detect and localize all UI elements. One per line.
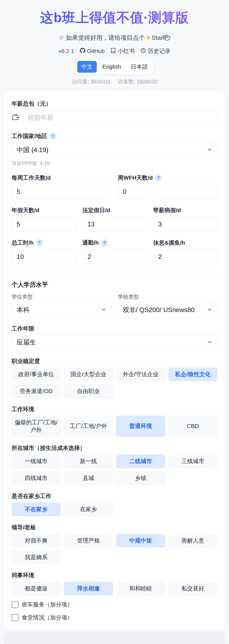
github-link-label: GitHub (87, 48, 105, 54)
option-button[interactable]: 私交甚好 (168, 582, 218, 596)
experience-select[interactable]: 应届生 (11, 335, 218, 350)
option-button[interactable]: 工厂/工地/户外 (64, 416, 113, 437)
checkbox-icon[interactable] (11, 601, 18, 608)
option-button[interactable]: 劳务派遣/OD (11, 384, 61, 398)
lang-tab-zh[interactable]: 中文 (77, 61, 97, 73)
field-commute-hours: 通勤/h? (82, 239, 147, 264)
option-button[interactable]: 四线城市 (11, 471, 61, 485)
help-question-icon[interactable]: ? (155, 174, 162, 182)
option-grid: 政府/事业单位国企/大型企业外企/守法企业私企/狼性文化劳务派遣/OD自由职业 (11, 368, 218, 398)
option-button[interactable]: 不在家乡 (11, 502, 61, 516)
option-button[interactable]: 普通环境 (116, 416, 165, 437)
group-work-environment: 工作环境 偏僻的工厂/工地/户外工厂/工地/户外普通环境CBD (11, 406, 218, 437)
country-label: 工作国家/地区 (11, 132, 47, 140)
field-rest-hours: 休息&摸鱼/h (153, 239, 218, 264)
weekly-row: 每周工作天数/d 周WFH天数/d? (11, 174, 218, 199)
public-holiday-input[interactable] (82, 217, 147, 232)
option-button[interactable]: 都是傻逼 (11, 582, 61, 596)
group-job-stability: 职业稳定度 政府/事业单位国企/大型企业外企/守法企业私企/狼性文化劳务派遣/O… (11, 357, 218, 398)
history-link-label: 历史记录 (148, 47, 170, 55)
experience-label: 工作年限 (11, 325, 218, 332)
chevron-down-icon (207, 339, 212, 346)
summary-card: 年工作天数 240.2天 平均日薪 ¥0.00 工作性价比 0.00(请输入年薪… (4, 632, 225, 644)
wfh-days-input[interactable] (118, 184, 218, 199)
page-title: 这b班上得值不值·测算版 (0, 8, 229, 27)
star-icon: ★ (145, 34, 151, 41)
option-button[interactable]: 萍水相逢 (64, 582, 113, 596)
option-button[interactable]: 乡镇 (116, 471, 165, 485)
help-question-icon[interactable]: ? (36, 239, 43, 246)
help-question-icon[interactable]: ? (101, 239, 108, 246)
option-button[interactable]: 和和睦睦 (116, 582, 165, 596)
option-button[interactable]: 政府/事业单位 (11, 368, 61, 381)
education-heading: 个人学历水平 (11, 280, 218, 289)
github-link[interactable]: GitHub (80, 48, 105, 55)
checkbox-icon[interactable] (11, 614, 18, 621)
chevron-down-icon (207, 306, 212, 314)
public-holiday-label: 法定假日/d (82, 206, 110, 214)
salary-section: 年薪总包（元） (11, 100, 218, 125)
github-icon (80, 48, 85, 55)
country-section: 工作国家/地区 ? 中国 (4.19) 当前PPP值: 4.19 (11, 132, 218, 167)
option-button[interactable]: 国企/大型企业 (64, 368, 113, 381)
field-total-hours: 总工时/h? (11, 239, 76, 264)
school-type-value: 双非/ QS200/ USnews80 (123, 306, 195, 314)
lang-tab-en[interactable]: English (98, 61, 125, 73)
option-button[interactable]: 管理严格 (64, 534, 113, 548)
experience-section: 工作年限 应届生 (11, 325, 218, 350)
option-button[interactable]: 一线城市 (11, 454, 61, 468)
option-button[interactable]: 二线城市 (116, 454, 165, 468)
option-button[interactable]: 三线城市 (168, 454, 218, 468)
field-wfh-days: 周WFH天数/d? (118, 174, 218, 199)
group-label: 同事环境 (11, 572, 218, 579)
lang-tab-ja[interactable]: 日本語 (127, 61, 152, 73)
checkbox-canteen[interactable]: 食堂情况（加分项） (11, 614, 218, 622)
option-button[interactable]: CBD (168, 416, 218, 437)
school-type-label: 学校类型 (118, 293, 218, 300)
checkbox-shuttle-service[interactable]: 班车服务（加分项） (11, 601, 218, 608)
help-question-icon[interactable]: ? (49, 132, 57, 140)
rest-hours-input[interactable] (153, 249, 218, 264)
xiaohongshu-link[interactable]: 小红书 (110, 47, 135, 55)
degree-type-select[interactable]: 本科 (11, 302, 111, 318)
option-button[interactable]: 中规中矩 (116, 534, 165, 548)
option-button[interactable]: 自由职业 (64, 384, 113, 398)
work-days-input[interactable] (11, 184, 111, 199)
field-degree-type: 学位类型 本科 (11, 293, 111, 318)
checkbox-canteen-label: 食堂情况（加分项） (22, 614, 73, 622)
xiaohongshu-link-label: 小红书 (118, 47, 135, 55)
option-button[interactable]: 偏僻的工厂/工地/户外 (11, 416, 61, 437)
field-public-holiday: 法定假日/d (82, 206, 147, 232)
total-hours-label: 总工时/h (11, 239, 34, 247)
option-button[interactable]: 县城 (64, 471, 113, 485)
holiday-row: 年假天数/d 法定假日/d 带薪病假/d (11, 206, 218, 232)
commute-hours-input[interactable] (82, 249, 147, 264)
hours-row: 总工时/h? 通勤/h? 休息&摸鱼/h (11, 239, 218, 264)
history-link[interactable]: 历史记录 (140, 47, 170, 55)
option-grid: 都是傻逼萍水相逢和和睦睦私交甚好 (11, 582, 218, 596)
visits-stat: 访问量: 3656311 (72, 78, 111, 85)
option-button[interactable]: 对我不爽 (11, 534, 61, 548)
page: 这b班上得值不值·测算版 ☆如果觉得好用，请给项目点个★Star吧! v6.2.… (0, 0, 229, 644)
annual-leave-input[interactable] (11, 217, 76, 232)
option-button[interactable]: 外企/守法企业 (116, 368, 165, 381)
salary-input[interactable] (22, 110, 218, 125)
work-days-label: 每周工作天数/d (11, 174, 51, 182)
sick-leave-input[interactable] (153, 217, 218, 232)
option-button[interactable]: 新一线 (64, 454, 113, 468)
total-hours-input[interactable] (11, 249, 76, 264)
school-type-select[interactable]: 双非/ QS200/ USnews80 (118, 302, 218, 318)
group-label: 领导/老板 (11, 524, 218, 531)
meta-row: v6.2.1 GitHub 小红书 历史记录 (0, 47, 229, 55)
country-select-value: 中国 (4.19) (17, 146, 48, 154)
option-grid: 一线城市新一线二线城市三线城市四线城市县城乡镇 (11, 454, 218, 485)
star-note-text: 如果觉得好用，请给项目点个 (66, 34, 145, 41)
option-button[interactable]: 在家乡 (64, 502, 113, 516)
option-grid: 偏僻的工厂/工地/户外工厂/工地/户外普通环境CBD (11, 416, 218, 437)
header: 这b班上得值不值·测算版 ☆如果觉得好用，请给项目点个★Star吧! v6.2.… (0, 0, 229, 85)
country-select[interactable]: 中国 (4.19) (11, 142, 218, 158)
option-button[interactable]: 我是嫡系 (11, 550, 61, 564)
option-button[interactable]: 善解人意 (168, 534, 218, 548)
option-button[interactable]: 私企/狼性文化 (168, 368, 218, 381)
group-leadership: 领导/老板 对我不爽管理严格中规中矩善解人意我是嫡系 (11, 524, 218, 564)
